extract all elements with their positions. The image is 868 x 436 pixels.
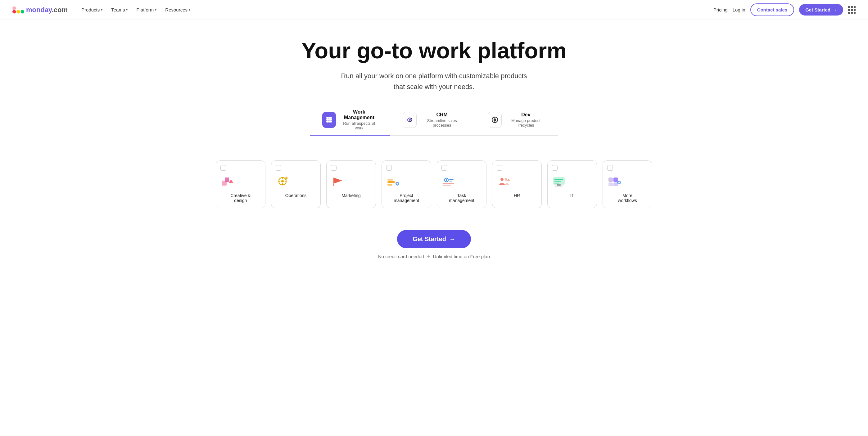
svg-rect-46 <box>614 178 618 182</box>
card-checkbox-operations[interactable] <box>276 165 281 171</box>
cta-note-right: Unlimited time on Free plan <box>433 254 490 259</box>
work-management-icon-wrap <box>322 112 336 128</box>
card-checkbox-hr[interactable] <box>497 165 502 171</box>
svg-rect-42 <box>554 183 559 184</box>
svg-point-1 <box>17 10 20 13</box>
nav-item-platform[interactable]: Platform ▾ <box>132 5 160 15</box>
hr-icon <box>497 175 510 190</box>
card-checkbox-it[interactable] <box>552 165 558 171</box>
nav-pricing-link[interactable]: Pricing <box>713 7 728 12</box>
nav-item-teams[interactable]: Teams ▾ <box>107 5 131 15</box>
card-label-hr: HR <box>497 193 537 198</box>
svg-rect-25 <box>388 181 395 183</box>
svg-rect-40 <box>554 179 563 180</box>
contact-sales-button[interactable]: Contact sales <box>750 3 795 16</box>
card-label-creative: Creative &design <box>220 193 261 203</box>
cta-note-left: No credit card needed <box>378 254 424 259</box>
svg-rect-41 <box>554 181 561 182</box>
svg-rect-34 <box>443 183 454 184</box>
card-checkbox-more[interactable] <box>607 165 613 171</box>
card-operations[interactable]: Operations <box>271 160 321 208</box>
tab-dev-title: Dev <box>506 112 546 118</box>
svg-point-7 <box>326 119 328 121</box>
chevron-down-icon: ▾ <box>155 8 156 11</box>
svg-point-8 <box>328 119 330 121</box>
card-label-task: Taskmanagement <box>441 193 482 203</box>
svg-marker-38 <box>507 179 510 181</box>
card-task-management[interactable]: Taskmanagement <box>437 160 487 208</box>
svg-rect-48 <box>609 183 613 186</box>
card-marketing[interactable]: Marketing <box>326 160 376 208</box>
marketing-icon <box>331 175 345 190</box>
dev-text: Dev Manage product lifecycles <box>506 112 546 128</box>
product-tabs: Work Management Run all aspects of work … <box>310 105 558 135</box>
svg-rect-32 <box>449 179 454 180</box>
tab-work-management[interactable]: Work Management Run all aspects of work <box>310 105 390 135</box>
card-project-management[interactable]: Projectmanagement <box>381 160 431 208</box>
brand-name: monday <box>26 6 52 14</box>
card-checkbox-creative[interactable] <box>220 165 226 171</box>
card-checkbox-marketing[interactable] <box>331 165 337 171</box>
nav-label-teams: Teams <box>111 7 125 12</box>
card-checkbox-task[interactable] <box>441 165 447 171</box>
get-started-nav-label: Get Started <box>805 7 831 12</box>
svg-marker-18 <box>228 179 234 183</box>
tab-work-management-title: Work Management <box>340 109 378 120</box>
nav-right: Pricing Log in Contact sales Get Started… <box>713 3 856 16</box>
svg-point-9 <box>330 119 332 121</box>
navbar: monday.com Products ▾ Teams ▾ Platform ▾… <box>0 0 868 20</box>
svg-point-5 <box>328 117 330 119</box>
card-creative-design[interactable]: Creative &design <box>216 160 266 208</box>
dev-icon <box>491 116 499 124</box>
nav-label-resources: Resources <box>165 7 187 12</box>
more-workflows-icon <box>607 175 621 190</box>
hero-subtitle: Run all your work on one platform with c… <box>341 70 527 92</box>
svg-point-11 <box>328 121 330 123</box>
svg-point-36 <box>500 178 503 181</box>
nav-item-resources[interactable]: Resources ▾ <box>161 5 194 15</box>
tab-crm-title: CRM <box>421 112 463 118</box>
task-management-icon <box>441 175 455 190</box>
tab-dev[interactable]: Dev Manage product lifecycles <box>475 105 558 135</box>
hero-title: Your go-to work platform <box>12 38 856 63</box>
svg-point-4 <box>326 117 328 119</box>
svg-rect-26 <box>388 184 393 186</box>
get-started-main-button[interactable]: Get Started → <box>397 230 471 248</box>
svg-marker-23 <box>333 178 342 184</box>
apps-grid-icon[interactable] <box>848 6 856 14</box>
card-it[interactable]: IT <box>547 160 597 208</box>
svg-point-37 <box>505 178 507 181</box>
nav-left: monday.com Products ▾ Teams ▾ Platform ▾… <box>12 5 194 15</box>
svg-rect-49 <box>614 183 618 186</box>
svg-point-15 <box>494 119 496 121</box>
chevron-down-icon: ▾ <box>126 8 128 11</box>
card-label-project: Projectmanagement <box>386 193 427 203</box>
project-management-icon <box>386 175 400 190</box>
nav-item-products[interactable]: Products ▾ <box>78 5 106 15</box>
get-started-nav-button[interactable]: Get Started → <box>799 4 843 15</box>
chevron-down-icon: ▾ <box>189 8 190 11</box>
svg-rect-43 <box>557 184 561 186</box>
svg-point-20 <box>281 180 284 183</box>
svg-point-29 <box>397 183 398 184</box>
nav-menu: Products ▾ Teams ▾ Platform ▾ Resources … <box>78 5 194 15</box>
it-icon <box>552 175 566 190</box>
card-label-more: Moreworkflows <box>607 193 648 203</box>
operations-icon <box>276 175 289 190</box>
card-more-workflows[interactable]: Moreworkflows <box>602 160 652 208</box>
svg-point-2 <box>21 10 24 13</box>
cta-button-label: Get Started <box>412 236 446 243</box>
logo[interactable]: monday.com <box>12 6 68 14</box>
card-label-it: IT <box>552 193 592 198</box>
get-started-nav-arrow: → <box>832 7 837 12</box>
svg-point-3 <box>12 6 16 10</box>
card-hr[interactable]: HR <box>492 160 542 208</box>
card-checkbox-project[interactable] <box>386 165 392 171</box>
tab-crm[interactable]: CRM Streamline sales processes <box>390 105 475 135</box>
crm-icon-wrap <box>403 112 416 128</box>
tab-work-management-subtitle: Run all aspects of work <box>340 121 378 130</box>
chevron-down-icon: ▾ <box>101 8 102 11</box>
svg-point-10 <box>326 121 328 123</box>
nav-login-link[interactable]: Log in <box>733 7 745 12</box>
dev-icon-wrap <box>488 112 502 128</box>
